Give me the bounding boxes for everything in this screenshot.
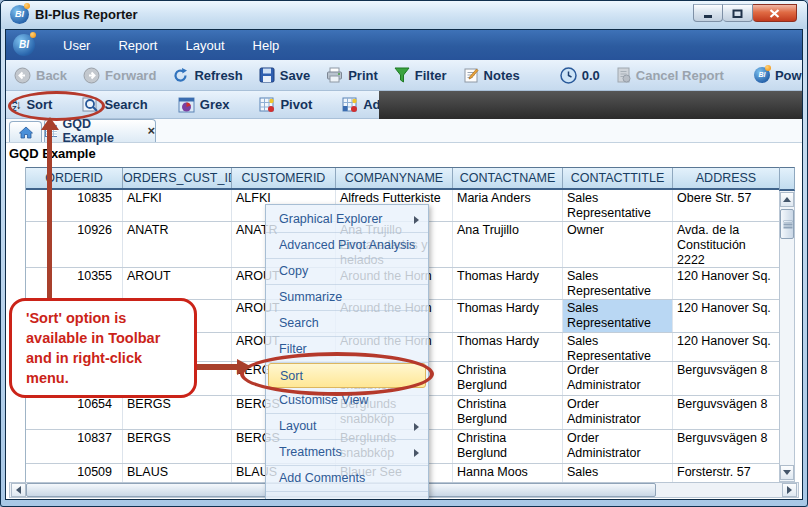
table-cell[interactable]: Thomas Hardy	[453, 333, 563, 361]
refresh-button[interactable]: Refresh	[164, 67, 250, 84]
tab-home[interactable]	[9, 121, 42, 142]
table-cell[interactable]: 120 Hanover Sq.	[673, 300, 780, 332]
context-menu-item-add-comments[interactable]: Add Comments	[266, 466, 428, 492]
scroll-left-button[interactable]	[11, 483, 26, 497]
table-cell[interactable]: Sales Representative	[563, 333, 673, 361]
search-label: Search	[104, 97, 147, 112]
app-logo-icon: BI	[13, 34, 35, 56]
table-cell[interactable]: 10355	[26, 268, 123, 299]
notes-button[interactable]: Notes	[455, 67, 528, 83]
pivot-icon	[259, 97, 275, 113]
scroll-right-button[interactable]	[782, 483, 797, 497]
table-cell[interactable]: Christina Berglund	[453, 362, 563, 395]
column-header-contacttitle[interactable]: CONTACTTITLE	[563, 168, 673, 188]
grid-header-row: ORDERIDORDERS_CUST_IDCUSTOMERIDCOMPANYNA…	[26, 167, 780, 190]
annotation-callout: 'Sort' option is available in Toolbar an…	[9, 298, 197, 398]
table-cell[interactable]: Ana Trujillo	[453, 222, 563, 267]
pivot-button[interactable]: Pivot	[251, 97, 320, 113]
table-cell[interactable]: Sales Representative	[563, 268, 673, 299]
context-menu-item-treatments[interactable]: Treatments	[266, 440, 428, 466]
print-button[interactable]: Print	[318, 67, 386, 83]
tab-gqd-example[interactable]: GQD Example ×	[44, 119, 156, 142]
table-cell[interactable]: 10835	[26, 190, 123, 221]
table-cell[interactable]: Avda. de la Constitución 2222	[673, 222, 780, 267]
vertical-scrollbar[interactable]	[779, 167, 795, 482]
timer-indicator: 0.0	[548, 67, 608, 84]
close-button[interactable]	[753, 4, 797, 22]
table-cell[interactable]: ANATR	[123, 222, 232, 267]
table-cell[interactable]: Hanna Moos	[453, 464, 563, 482]
callout-arrow-right-shaft	[195, 364, 239, 370]
context-menu-item-graphical-explorer[interactable]: Graphical Explorer	[266, 207, 428, 233]
advanced-pivot-icon	[342, 97, 358, 113]
table-cell[interactable]: Christina Berglund	[453, 396, 563, 429]
column-header-contactname[interactable]: CONTACTNAME	[453, 168, 563, 188]
scroll-down-button[interactable]	[780, 465, 794, 480]
table-cell[interactable]: 10654	[26, 396, 123, 429]
table-cell[interactable]: 120 Hanover Sq.	[673, 268, 780, 299]
table-cell[interactable]: Thomas Hardy	[453, 300, 563, 332]
column-header-customerid[interactable]: CUSTOMERID	[232, 168, 336, 188]
context-menu-item-save-layout[interactable]: Save Layout	[266, 492, 428, 500]
notes-label: Notes	[484, 68, 520, 83]
table-cell[interactable]: Berguvsvägen 8	[673, 396, 780, 429]
grex-button[interactable]: Grex	[170, 97, 238, 113]
print-label: Print	[348, 68, 378, 83]
maximize-button[interactable]	[723, 4, 753, 22]
table-cell[interactable]: Order Administrator	[563, 396, 673, 429]
forward-label: Forward	[105, 68, 156, 83]
tab-close-icon[interactable]: ×	[147, 126, 155, 136]
menu-layout[interactable]: Layout	[171, 38, 238, 53]
back-button[interactable]: Back	[6, 67, 75, 84]
submenu-arrow-icon	[414, 216, 419, 224]
minimize-button[interactable]	[693, 4, 723, 22]
context-menu-item-layout[interactable]: Layout	[266, 414, 428, 440]
menu-user[interactable]: User	[49, 38, 104, 53]
table-cell[interactable]: Thomas Hardy	[453, 268, 563, 299]
table-cell[interactable]: 120 Hanover Sq.	[673, 333, 780, 361]
table-cell[interactable]: Order Administrator	[563, 430, 673, 463]
table-cell[interactable]: Obere Str. 57	[673, 190, 780, 221]
table-cell[interactable]: Berguvsvägen 8	[673, 430, 780, 463]
filter-label: Filter	[415, 68, 447, 83]
back-icon	[14, 67, 31, 84]
table-cell[interactable]: Sales Representative	[563, 300, 673, 332]
clock-icon	[560, 67, 577, 84]
minimize-icon	[703, 9, 713, 18]
menu-help[interactable]: Help	[239, 38, 294, 53]
table-cell[interactable]: Maria Anders	[453, 190, 563, 221]
column-header-companyname[interactable]: COMPANYNAME	[336, 168, 453, 188]
table-cell[interactable]: Christina Berglund	[453, 430, 563, 463]
table-cell[interactable]: Owner	[563, 222, 673, 267]
context-menu-item-search[interactable]: Search	[266, 311, 428, 337]
table-cell[interactable]: Order Administrator	[563, 362, 673, 395]
table-cell[interactable]: Forsterstr. 57	[673, 464, 780, 482]
table-cell[interactable]: 10837	[26, 430, 123, 463]
column-header-address[interactable]: ADDRESS	[673, 168, 780, 188]
context-menu-item-advanced-pivot-analysis[interactable]: Advanced Pivot Analysis	[266, 233, 428, 259]
context-menu-item-summarize[interactable]: Summarize	[266, 285, 428, 311]
submenu-arrow-icon	[414, 423, 419, 431]
table-cell[interactable]: 10926	[26, 222, 123, 267]
vertical-scroll-thumb[interactable]	[780, 209, 794, 239]
column-header-orderid[interactable]: ORDERID	[26, 168, 123, 188]
grex-chart-icon	[178, 97, 195, 113]
menu-report[interactable]: Report	[104, 38, 171, 53]
table-cell[interactable]: BERGS	[123, 430, 232, 463]
column-header-orders_cust_id[interactable]: ORDERS_CUST_ID	[123, 168, 232, 188]
table-cell[interactable]: AROUT	[123, 268, 232, 299]
table-cell[interactable]: 10509	[26, 464, 123, 482]
table-cell[interactable]: ALFKI	[123, 190, 232, 221]
forward-button[interactable]: Forward	[75, 67, 164, 84]
table-cell[interactable]: Sales Representative	[563, 464, 673, 482]
table-cell[interactable]: BLAUS	[123, 464, 232, 482]
home-icon	[19, 126, 33, 139]
cancel-report-button[interactable]: Cancel Report	[608, 67, 732, 83]
table-cell[interactable]: Sales Representative	[563, 190, 673, 221]
context-menu-item-copy[interactable]: Copy	[266, 259, 428, 285]
save-button[interactable]: Save	[251, 67, 318, 83]
filter-button[interactable]: Filter	[386, 67, 455, 83]
scroll-up-button[interactable]	[780, 192, 794, 207]
table-cell[interactable]: Berguvsvägen 8	[673, 362, 780, 395]
table-cell[interactable]: BERGS	[123, 396, 232, 429]
